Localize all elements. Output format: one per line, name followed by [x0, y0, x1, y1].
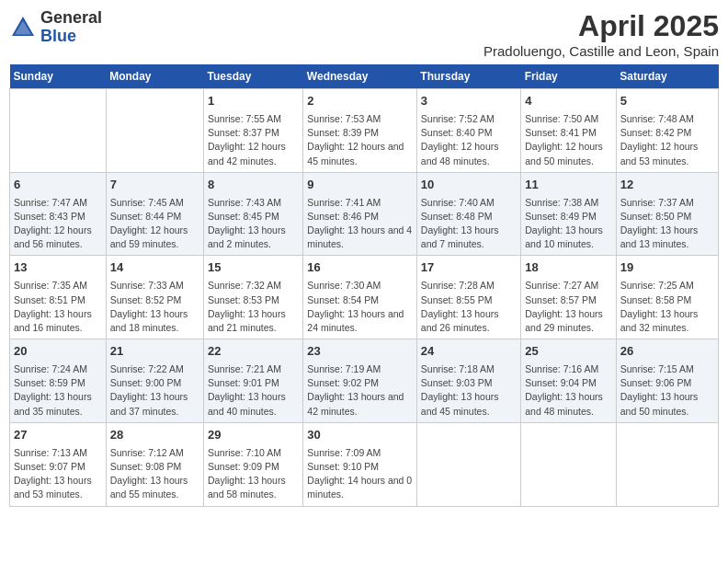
calendar-cell: 15Sunrise: 7:32 AM Sunset: 8:53 PM Dayli… [204, 256, 303, 339]
day-number: 12 [620, 177, 714, 194]
calendar-cell: 8Sunrise: 7:43 AM Sunset: 8:45 PM Daylig… [204, 172, 303, 256]
day-number: 6 [14, 177, 102, 194]
calendar-cell: 18Sunrise: 7:27 AM Sunset: 8:57 PM Dayli… [521, 256, 617, 339]
calendar-cell: 19Sunrise: 7:25 AM Sunset: 8:58 PM Dayli… [616, 256, 718, 339]
day-content: Sunrise: 7:38 AM Sunset: 8:49 PM Dayligh… [525, 196, 612, 252]
day-content: Sunrise: 7:53 AM Sunset: 8:39 PM Dayligh… [307, 112, 412, 168]
weekday-header-saturday: Saturday [616, 64, 718, 89]
day-content: Sunrise: 7:16 AM Sunset: 9:04 PM Dayligh… [525, 362, 612, 419]
day-number: 25 [525, 343, 612, 361]
calendar-cell: 2Sunrise: 7:53 AM Sunset: 8:39 PM Daylig… [303, 89, 416, 173]
logo-text: General Blue [40, 9, 102, 46]
day-number: 5 [620, 93, 714, 110]
calendar-cell: 27Sunrise: 7:13 AM Sunset: 9:07 PM Dayli… [10, 422, 107, 506]
calendar-cell: 28Sunrise: 7:12 AM Sunset: 9:08 PM Dayli… [106, 422, 203, 506]
day-content: Sunrise: 7:55 AM Sunset: 8:37 PM Dayligh… [208, 112, 299, 168]
day-number: 21 [110, 343, 199, 361]
calendar-cell [10, 89, 107, 173]
calendar-cell: 21Sunrise: 7:22 AM Sunset: 9:00 PM Dayli… [106, 339, 203, 423]
day-content: Sunrise: 7:48 AM Sunset: 8:42 PM Dayligh… [620, 112, 714, 168]
day-content: Sunrise: 7:09 AM Sunset: 9:10 PM Dayligh… [307, 446, 412, 502]
day-number: 8 [208, 177, 299, 194]
day-content: Sunrise: 7:37 AM Sunset: 8:50 PM Dayligh… [620, 196, 714, 252]
day-number: 9 [307, 177, 412, 194]
day-number: 24 [421, 343, 517, 361]
day-content: Sunrise: 7:24 AM Sunset: 8:59 PM Dayligh… [14, 362, 102, 419]
weekday-header-monday: Monday [106, 64, 203, 89]
logo-icon [9, 14, 37, 41]
weekday-header-thursday: Thursday [416, 64, 520, 89]
day-content: Sunrise: 7:21 AM Sunset: 9:01 PM Dayligh… [208, 362, 299, 419]
day-number: 16 [307, 259, 412, 277]
logo: General Blue [9, 9, 102, 46]
day-content: Sunrise: 7:35 AM Sunset: 8:51 PM Dayligh… [14, 279, 102, 335]
calendar-cell: 7Sunrise: 7:45 AM Sunset: 8:44 PM Daylig… [106, 172, 203, 256]
day-number: 15 [208, 259, 299, 277]
title-area: April 2025 Pradoluengo, Castille and Leo… [483, 9, 719, 59]
subtitle: Pradoluengo, Castille and Leon, Spain [483, 43, 719, 59]
main-title: April 2025 [483, 9, 719, 43]
calendar-cell: 25Sunrise: 7:16 AM Sunset: 9:04 PM Dayli… [521, 339, 617, 423]
calendar-cell: 5Sunrise: 7:48 AM Sunset: 8:42 PM Daylig… [616, 89, 718, 173]
calendar-cell: 29Sunrise: 7:10 AM Sunset: 9:09 PM Dayli… [204, 422, 303, 506]
day-content: Sunrise: 7:43 AM Sunset: 8:45 PM Dayligh… [208, 196, 299, 252]
day-number: 17 [421, 259, 517, 277]
day-content: Sunrise: 7:27 AM Sunset: 8:57 PM Dayligh… [525, 279, 612, 335]
day-number: 10 [421, 177, 517, 194]
day-number: 11 [525, 177, 612, 194]
calendar-cell: 22Sunrise: 7:21 AM Sunset: 9:01 PM Dayli… [204, 339, 303, 423]
day-content: Sunrise: 7:19 AM Sunset: 9:02 PM Dayligh… [307, 362, 412, 419]
calendar-cell [106, 89, 203, 173]
calendar-cell: 10Sunrise: 7:40 AM Sunset: 8:48 PM Dayli… [416, 172, 520, 256]
day-content: Sunrise: 7:47 AM Sunset: 8:43 PM Dayligh… [14, 196, 102, 252]
calendar-week-4: 20Sunrise: 7:24 AM Sunset: 8:59 PM Dayli… [10, 339, 719, 423]
day-content: Sunrise: 7:18 AM Sunset: 9:03 PM Dayligh… [421, 362, 517, 419]
day-content: Sunrise: 7:10 AM Sunset: 9:09 PM Dayligh… [208, 446, 299, 502]
day-content: Sunrise: 7:32 AM Sunset: 8:53 PM Dayligh… [208, 279, 299, 335]
calendar-cell: 24Sunrise: 7:18 AM Sunset: 9:03 PM Dayli… [416, 339, 520, 423]
calendar-week-3: 13Sunrise: 7:35 AM Sunset: 8:51 PM Dayli… [10, 256, 719, 339]
day-number: 30 [307, 427, 412, 444]
calendar-week-1: 1Sunrise: 7:55 AM Sunset: 8:37 PM Daylig… [10, 89, 719, 173]
day-number: 27 [14, 427, 102, 444]
day-content: Sunrise: 7:25 AM Sunset: 8:58 PM Dayligh… [620, 279, 714, 335]
day-number: 1 [208, 93, 299, 110]
day-content: Sunrise: 7:28 AM Sunset: 8:55 PM Dayligh… [421, 279, 517, 335]
calendar-cell: 9Sunrise: 7:41 AM Sunset: 8:46 PM Daylig… [303, 172, 416, 256]
calendar-cell: 20Sunrise: 7:24 AM Sunset: 8:59 PM Dayli… [10, 339, 107, 423]
weekday-header-tuesday: Tuesday [204, 64, 303, 89]
day-content: Sunrise: 7:12 AM Sunset: 9:08 PM Dayligh… [110, 446, 199, 502]
calendar-cell [616, 422, 718, 506]
header: General Blue April 2025 Pradoluengo, Cas… [9, 9, 719, 59]
day-number: 29 [208, 427, 299, 444]
weekday-header-friday: Friday [521, 64, 617, 89]
day-content: Sunrise: 7:15 AM Sunset: 9:06 PM Dayligh… [620, 362, 714, 419]
calendar-cell: 16Sunrise: 7:30 AM Sunset: 8:54 PM Dayli… [303, 256, 416, 339]
calendar-cell: 23Sunrise: 7:19 AM Sunset: 9:02 PM Dayli… [303, 339, 416, 423]
calendar-cell [521, 422, 617, 506]
day-number: 7 [110, 177, 199, 194]
day-number: 18 [525, 259, 612, 277]
calendar-week-5: 27Sunrise: 7:13 AM Sunset: 9:07 PM Dayli… [10, 422, 719, 506]
calendar-cell: 12Sunrise: 7:37 AM Sunset: 8:50 PM Dayli… [616, 172, 718, 256]
day-content: Sunrise: 7:33 AM Sunset: 8:52 PM Dayligh… [110, 279, 199, 335]
calendar-cell: 13Sunrise: 7:35 AM Sunset: 8:51 PM Dayli… [10, 256, 107, 339]
day-number: 14 [110, 259, 199, 277]
calendar-cell: 14Sunrise: 7:33 AM Sunset: 8:52 PM Dayli… [106, 256, 203, 339]
day-content: Sunrise: 7:52 AM Sunset: 8:40 PM Dayligh… [421, 112, 517, 168]
calendar-week-2: 6Sunrise: 7:47 AM Sunset: 8:43 PM Daylig… [10, 172, 719, 256]
logo-blue-text: Blue [40, 28, 102, 46]
day-number: 4 [525, 93, 612, 110]
calendar-cell: 4Sunrise: 7:50 AM Sunset: 8:41 PM Daylig… [521, 89, 617, 173]
day-content: Sunrise: 7:50 AM Sunset: 8:41 PM Dayligh… [525, 112, 612, 168]
day-number: 13 [14, 259, 102, 277]
day-number: 19 [620, 259, 714, 277]
calendar-cell: 11Sunrise: 7:38 AM Sunset: 8:49 PM Dayli… [521, 172, 617, 256]
day-content: Sunrise: 7:22 AM Sunset: 9:00 PM Dayligh… [110, 362, 199, 419]
day-number: 2 [307, 93, 412, 110]
calendar-cell: 26Sunrise: 7:15 AM Sunset: 9:06 PM Dayli… [616, 339, 718, 423]
day-content: Sunrise: 7:13 AM Sunset: 9:07 PM Dayligh… [14, 446, 102, 502]
day-content: Sunrise: 7:30 AM Sunset: 8:54 PM Dayligh… [307, 279, 412, 335]
weekday-header-sunday: Sunday [10, 64, 107, 89]
calendar-cell: 3Sunrise: 7:52 AM Sunset: 8:40 PM Daylig… [416, 89, 520, 173]
